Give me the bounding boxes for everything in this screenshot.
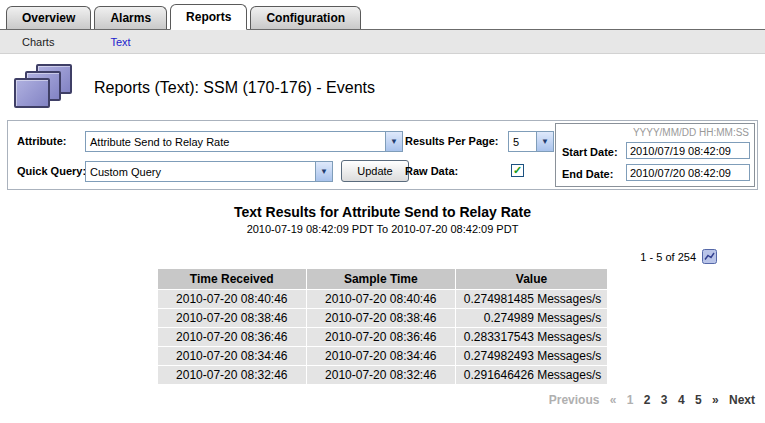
tab-configuration[interactable]: Configuration — [250, 6, 361, 29]
table-row: 2010-07-20 08:40:46 2010-07-20 08:40:46 … — [158, 290, 607, 308]
chevron-down-icon: ▼ — [315, 162, 332, 181]
page-header: Reports (Text): SSM (170-176) - Events — [0, 54, 765, 120]
tab-overview[interactable]: Overview — [6, 6, 91, 29]
end-date-input[interactable] — [626, 164, 750, 181]
tab-label: Reports — [186, 10, 231, 24]
pagination-prev-arrow-icon: « — [610, 393, 617, 407]
date-format-hint: YYYY/MM/DD HH:MM:SS — [633, 127, 749, 138]
results-subtitle: 2010-07-19 08:42:09 PDT To 2010-07-20 08… — [0, 223, 765, 235]
results-per-page-label: Results Per Page: — [405, 135, 499, 147]
chevron-down-icon: ▼ — [385, 132, 402, 151]
pagination: Previous « 1 2 3 4 5 » Next — [0, 393, 755, 407]
cell-value: 0.283317543 Messages/s — [456, 328, 607, 346]
pagination-page-4[interactable]: 4 — [678, 393, 685, 407]
query-panel: Attribute: Attribute Send to Relay Rate … — [7, 120, 758, 190]
attribute-label: Attribute: — [17, 135, 67, 147]
cell-time-received: 2010-07-20 08:34:46 — [158, 347, 306, 365]
tab-reports[interactable]: Reports — [170, 4, 247, 30]
update-button[interactable]: Update — [341, 160, 409, 182]
table-header-row: Time Received Sample Time Value — [158, 269, 607, 289]
table-row: 2010-07-20 08:36:46 2010-07-20 08:36:46 … — [158, 328, 607, 346]
date-range-box: YYYY/MM/DD HH:MM:SS Start Date: End Date… — [555, 123, 755, 187]
pagination-page-3[interactable]: 3 — [661, 393, 668, 407]
table-row: 2010-07-20 08:32:46 2010-07-20 08:32:46 … — [158, 366, 607, 384]
cell-sample-time: 2010-07-20 08:36:46 — [307, 328, 455, 346]
results-table: Time Received Sample Time Value 2010-07-… — [157, 268, 608, 385]
quick-query-select-value: Custom Query — [86, 166, 315, 178]
pagination-next[interactable]: Next — [729, 393, 755, 407]
end-date-label: End Date: — [562, 168, 613, 180]
attribute-select[interactable]: Attribute Send to Relay Rate ▼ — [85, 131, 403, 152]
cell-value: 0.274981485 Messages/s — [456, 290, 607, 308]
pagination-page-5[interactable]: 5 — [695, 393, 702, 407]
printable-report-icon[interactable] — [702, 249, 717, 264]
tab-alarms[interactable]: Alarms — [94, 6, 167, 29]
quick-query-select[interactable]: Custom Query ▼ — [85, 161, 333, 182]
result-range-row: 1 - 5 of 254 — [0, 249, 717, 264]
cell-value: 0.291646426 Messages/s — [456, 366, 607, 384]
cell-value: 0.274989 Messages/s — [456, 309, 607, 327]
check-icon: ✓ — [513, 165, 522, 176]
cell-time-received: 2010-07-20 08:40:46 — [158, 290, 306, 308]
tab-label: Alarms — [110, 11, 151, 25]
col-header-sample-time: Sample Time — [307, 269, 455, 289]
cell-time-received: 2010-07-20 08:36:46 — [158, 328, 306, 346]
table-row: 2010-07-20 08:34:46 2010-07-20 08:34:46 … — [158, 347, 607, 365]
tab-label: Configuration — [266, 11, 345, 25]
table-row: 2010-07-20 08:38:46 2010-07-20 08:38:46 … — [158, 309, 607, 327]
cell-time-received: 2010-07-20 08:38:46 — [158, 309, 306, 327]
reports-stack-icon-page — [14, 78, 50, 108]
quick-query-label: Quick Query: — [17, 165, 86, 177]
page-title: Reports (Text): SSM (170-176) - Events — [94, 79, 375, 97]
attribute-select-value: Attribute Send to Relay Rate — [86, 136, 385, 148]
result-range-text: 1 - 5 of 254 — [640, 251, 696, 263]
col-header-time-received: Time Received — [158, 269, 306, 289]
pagination-page-1-current: 1 — [627, 393, 634, 407]
start-date-input[interactable] — [626, 142, 750, 159]
tab-label: Overview — [22, 11, 75, 25]
subnav-item-charts[interactable]: Charts — [22, 36, 54, 48]
cell-value: 0.274982493 Messages/s — [456, 347, 607, 365]
pagination-page-2[interactable]: 2 — [644, 393, 651, 407]
cell-time-received: 2010-07-20 08:32:46 — [158, 366, 306, 384]
reports-stack-icon — [14, 64, 78, 112]
cell-sample-time: 2010-07-20 08:38:46 — [307, 309, 455, 327]
subnav-item-text[interactable]: Text — [110, 36, 130, 48]
results-title: Text Results for Attribute Send to Relay… — [0, 204, 765, 220]
results-per-page-value: 5 — [509, 136, 536, 148]
raw-data-checkbox[interactable]: ✓ — [511, 164, 524, 177]
cell-sample-time: 2010-07-20 08:32:46 — [307, 366, 455, 384]
pagination-previous: Previous — [549, 393, 600, 407]
cell-sample-time: 2010-07-20 08:34:46 — [307, 347, 455, 365]
start-date-label: Start Date: — [562, 146, 618, 158]
chevron-down-icon: ▼ — [536, 132, 553, 151]
tab-bar: Overview Alarms Reports Configuration — [0, 0, 765, 30]
cell-sample-time: 2010-07-20 08:40:46 — [307, 290, 455, 308]
results-per-page-select[interactable]: 5 ▼ — [508, 131, 554, 152]
raw-data-label: Raw Data: — [405, 165, 458, 177]
pagination-next-arrow-icon[interactable]: » — [712, 393, 719, 407]
col-header-value: Value — [456, 269, 607, 289]
subnav-bar: Charts Text — [0, 30, 765, 54]
